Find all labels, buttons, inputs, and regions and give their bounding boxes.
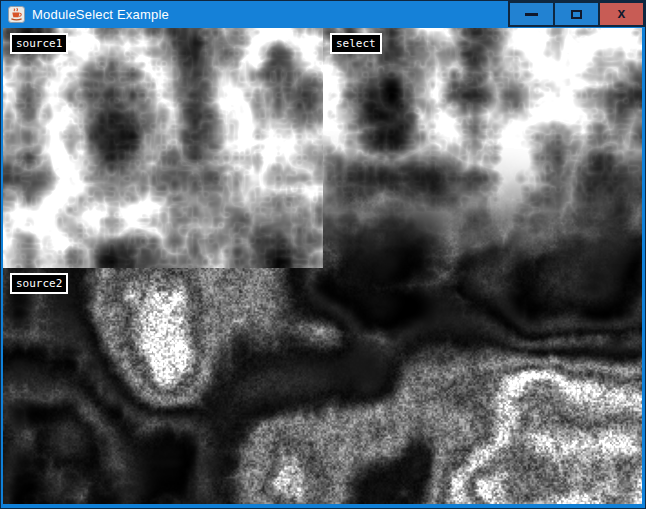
java-coffee-cup-icon [8,6,25,23]
source2-noise-image [3,268,323,504]
render-area: source1 select source2 [3,28,642,504]
window-controls: x [508,1,645,27]
source1-label: source1 [10,33,68,54]
window-title: ModuleSelect Example [32,7,169,22]
close-button[interactable]: x [598,1,645,27]
window: ModuleSelect Example x source1 select so… [0,0,646,509]
source2-label: source2 [10,273,68,294]
select-label: select [330,33,382,54]
title-bar[interactable]: ModuleSelect Example x [1,1,645,28]
maximize-button[interactable] [553,1,600,27]
java-app-icon[interactable] [8,6,25,23]
minimize-icon [525,13,538,16]
close-icon: x [618,6,626,20]
source1-noise-image [3,28,323,268]
minimize-button[interactable] [508,1,555,27]
maximize-icon [571,10,582,19]
